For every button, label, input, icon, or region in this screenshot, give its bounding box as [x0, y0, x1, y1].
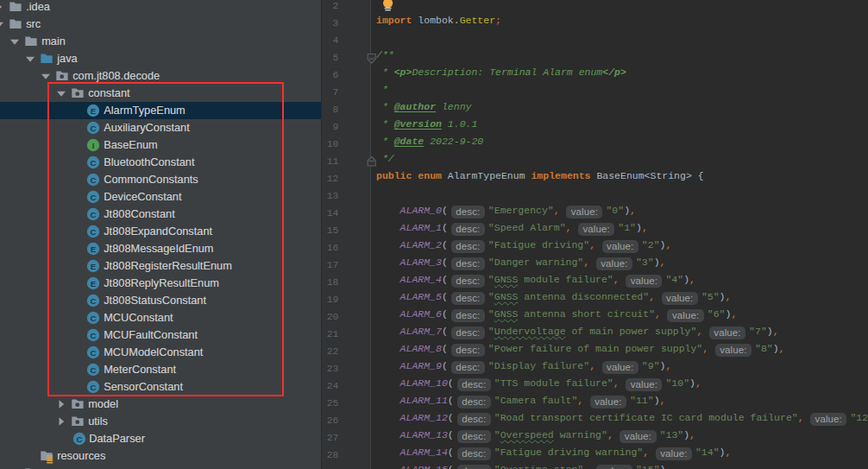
svg-text:C: C [76, 434, 82, 444]
